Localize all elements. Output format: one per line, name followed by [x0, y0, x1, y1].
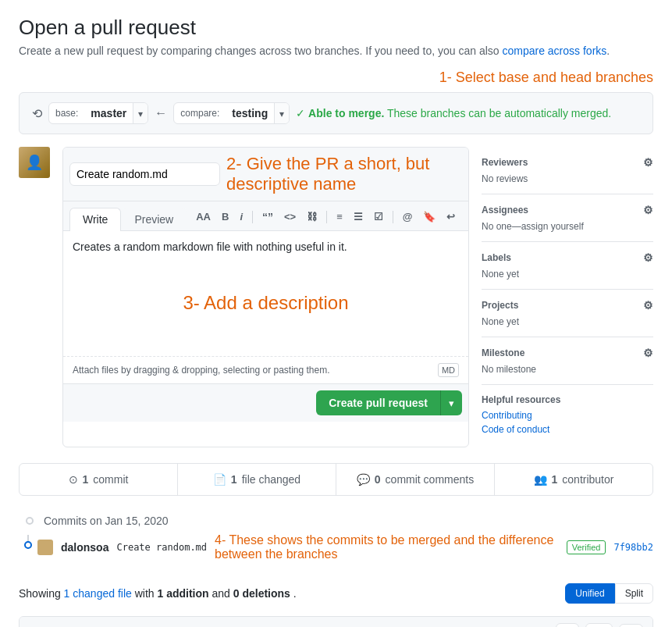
- commit-node: [24, 541, 32, 549]
- diff-raw-btn[interactable]: 📄: [585, 623, 613, 627]
- assignees-value: No one—assign yourself: [482, 221, 653, 232]
- milestone-gear-icon[interactable]: ⚙: [643, 347, 653, 359]
- comments-icon: 💬: [357, 473, 370, 486]
- sidebar-assignees: Assignees ⚙ No one—assign yourself: [482, 194, 653, 241]
- diff-deletions: 0 deletions: [233, 587, 290, 600]
- assignees-gear-icon[interactable]: ⚙: [643, 204, 653, 216]
- attach-text: Attach files by dragging & dropping, sel…: [73, 365, 330, 376]
- reviewers-gear-icon[interactable]: ⚙: [643, 156, 653, 169]
- toolbar-link-btn[interactable]: ⛓: [304, 209, 320, 224]
- toolbar-sep-1: [252, 211, 253, 223]
- toolbar-ol-btn[interactable]: ☰: [350, 209, 366, 224]
- toolbar-aa-btn[interactable]: AA: [193, 209, 214, 224]
- commit-author: dalonsoa: [61, 541, 108, 554]
- editor-area[interactable]: Creates a random markdown file with noth…: [63, 231, 468, 356]
- toolbar: AA B i “” <> ⛓ ≡ ☰ ☑ @ 🔖 ↩: [187, 208, 464, 230]
- files-icon: 📄: [213, 473, 226, 486]
- contributing-link[interactable]: Contributing: [482, 410, 653, 421]
- commits-date-header: Commits on Jan 15, 2020: [44, 515, 169, 527]
- editor-tabs: Write Preview AA B i “” <> ⛓ ≡ ☰ ☑: [63, 201, 468, 230]
- stat-contributors[interactable]: 👥 1 contributor: [495, 464, 652, 495]
- labels-gear-icon[interactable]: ⚙: [643, 251, 653, 264]
- reviewers-value: No reviews: [482, 173, 653, 184]
- markdown-icon: MD: [438, 363, 459, 377]
- swap-branches-icon[interactable]: ←: [155, 106, 167, 120]
- editor-body-text: Creates a random markdown file with noth…: [73, 240, 459, 253]
- toolbar-sep-2: [326, 211, 327, 223]
- diff-box: ▾ 1 random.md 📋 ⊞ 📄 ••• @@ -0,0 +1 @@ 1 …: [19, 616, 653, 627]
- compare-branch-dropdown-arrow[interactable]: ▾: [274, 103, 289, 123]
- stat-commits[interactable]: ⊙ 1 commit: [20, 464, 178, 495]
- base-branch-name: master: [84, 103, 133, 123]
- toolbar-bold-btn[interactable]: B: [219, 209, 232, 224]
- toolbar-quote-btn[interactable]: “”: [259, 209, 276, 225]
- stat-comments[interactable]: 💬 0 commit comments: [336, 464, 495, 495]
- toolbar-ref-btn[interactable]: 🔖: [420, 209, 439, 224]
- toolbar-mention-btn[interactable]: @: [400, 209, 416, 224]
- comments-count: 0: [375, 473, 381, 486]
- split-view-button[interactable]: Split: [615, 583, 653, 604]
- commits-section: Commits on Jan 15, 2020 dalonsoa Create …: [19, 508, 653, 565]
- sidebar-milestone: Milestone ⚙ No milestone: [482, 337, 653, 384]
- avatar: 👤: [19, 147, 50, 178]
- diff-info: Showing 1 changed file with 1 addition a…: [19, 577, 653, 610]
- toolbar-reply-btn[interactable]: ↩: [443, 209, 458, 224]
- page-title: Open a pull request: [19, 16, 653, 40]
- contributors-label: contributor: [562, 473, 613, 486]
- contributors-icon: 👥: [534, 473, 547, 486]
- diff-changed-files-link[interactable]: 1 changed file: [64, 587, 132, 600]
- create-pr-button[interactable]: Create pull request: [316, 390, 440, 415]
- create-pr-dropdown-button[interactable]: ▾: [440, 390, 462, 415]
- tab-preview[interactable]: Preview: [121, 208, 187, 230]
- commit-graph: [19, 530, 37, 549]
- pr-form: 2- Give the PR a short, but descriptive …: [62, 147, 469, 447]
- toolbar-sep-3: [393, 211, 393, 223]
- toolbar-code-btn[interactable]: <>: [281, 209, 299, 224]
- submit-bar: Create pull request ▾: [63, 383, 468, 422]
- diff-view-buttons: Unified Split: [565, 583, 653, 604]
- pr-title-input[interactable]: [69, 162, 220, 186]
- projects-gear-icon[interactable]: ⚙: [643, 299, 653, 312]
- commit-avatar: [37, 540, 53, 555]
- sidebar-labels: Labels ⚙ None yet: [482, 241, 653, 289]
- commits-count: 1: [83, 473, 89, 486]
- sidebar: Reviewers ⚙ No reviews Assignees ⚙ No on…: [482, 147, 653, 447]
- page-subtitle: Create a new pull request by comparing c…: [19, 45, 653, 57]
- toolbar-italic-btn[interactable]: i: [236, 209, 246, 224]
- toolbar-task-btn[interactable]: ☑: [371, 209, 386, 224]
- refresh-icon[interactable]: ⟲: [32, 106, 42, 121]
- unified-view-button[interactable]: Unified: [565, 583, 614, 604]
- code-of-conduct-link[interactable]: Code of conduct: [482, 424, 653, 435]
- commits-label: commit: [93, 473, 128, 486]
- base-label: base:: [49, 104, 84, 123]
- files-count: 1: [231, 473, 237, 486]
- compare-label: compare:: [174, 104, 226, 123]
- merge-status: ✓ Able to merge. These branches can be a…: [296, 107, 611, 119]
- merge-checkmark: ✓: [296, 107, 305, 119]
- tab-write[interactable]: Write: [69, 208, 121, 231]
- files-label: file changed: [242, 473, 301, 486]
- pr-title-annotation: 2- Give the PR a short, but descriptive …: [226, 154, 462, 194]
- commit-hash[interactable]: 7f98bb2: [613, 542, 653, 553]
- toolbar-ul-btn[interactable]: ≡: [333, 209, 346, 224]
- compare-forks-link[interactable]: compare across forks: [502, 45, 606, 57]
- pr-title-bar: 2- Give the PR a short, but descriptive …: [63, 148, 468, 201]
- sidebar-reviewers-header: Reviewers ⚙: [482, 156, 653, 169]
- sidebar-reviewers: Reviewers ⚙ No reviews: [482, 147, 653, 194]
- commits-header: Commits on Jan 15, 2020: [19, 508, 653, 530]
- base-branch-dropdown-arrow[interactable]: ▾: [133, 103, 148, 123]
- labels-value: None yet: [482, 269, 653, 280]
- stat-files[interactable]: 📄 1 file changed: [178, 464, 336, 495]
- sidebar-helpful: Helpful resources Contributing Code of c…: [482, 384, 653, 447]
- diff-file-header: ▾ 1 random.md 📋 ⊞ 📄 •••: [20, 617, 652, 627]
- sidebar-projects: Projects ⚙ None yet: [482, 289, 653, 337]
- commits-icon: ⊙: [69, 473, 78, 486]
- diff-actions: ⊞ 📄 •••: [556, 623, 643, 627]
- compare-branch-selector[interactable]: compare: testing ▾: [173, 102, 290, 124]
- pr-body: 👤 2- Give the PR a short, but descriptiv…: [19, 147, 653, 447]
- diff-view-file-btn[interactable]: ⊞: [556, 623, 579, 627]
- editor-annotation: 3- Add a description: [73, 292, 459, 314]
- base-branch-selector[interactable]: base: master ▾: [48, 102, 148, 124]
- projects-value: None yet: [482, 316, 653, 327]
- diff-more-btn[interactable]: •••: [619, 624, 643, 627]
